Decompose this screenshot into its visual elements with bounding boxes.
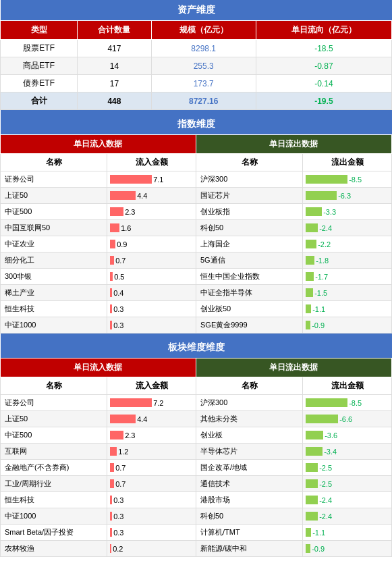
asset-flow: -0.14 xyxy=(256,75,391,92)
asset-data-row: 股票ETF 417 8298.1 -18.5 xyxy=(1,40,392,57)
index-data-row: 中证农业 0.9 上海国企 -2.2 xyxy=(1,236,392,252)
sector-col-outflow: 流出金额 xyxy=(303,377,392,394)
index-data-row: 稀土产业 0.4 中证全指半导体 -1.5 xyxy=(1,284,392,300)
sector-inflow-name: Smart Beta/因子投资 xyxy=(1,524,107,540)
sector-outflow-name: 港股市场 xyxy=(196,491,302,508)
sector-split-header: 单日流入数据 单日流出数据 xyxy=(1,358,392,377)
index-outflow-value: -1.8 xyxy=(303,252,392,268)
asset-data-row: 商品ETF 14 255.3 -0.87 xyxy=(1,57,392,75)
sector-data-row: 金融地产(不含券商) 0.7 国企改革/地域 -2.5 xyxy=(1,459,392,475)
index-inflow-name: 中国互联网50 xyxy=(1,219,107,236)
sector-outflow-name: 新能源/碳中和 xyxy=(196,540,302,556)
sector-outflow-value: -2.5 xyxy=(303,459,392,475)
sector-outflow-value: -3.6 xyxy=(303,427,392,443)
index-col-headers: 名称 流入金额 名称 流出金额 xyxy=(1,153,392,171)
sector-data-row: 中证500 2.3 创业板 -3.6 xyxy=(1,427,392,443)
sector-outflow-name: 沪深300 xyxy=(196,394,302,410)
asset-data-row: 债券ETF 17 173.7 -0.14 xyxy=(1,75,392,92)
sector-col-inflow: 流入金额 xyxy=(107,377,196,394)
index-outflow-value: -1.7 xyxy=(303,268,392,284)
index-inflow-name: 中证1000 xyxy=(1,317,107,333)
index-outflow-name: 中证全指半导体 xyxy=(196,284,302,300)
sector-inflow-name: 金融地产(不含券商) xyxy=(1,459,107,475)
index-data-row: 中国互联网50 1.6 科创50 -2.4 xyxy=(1,219,392,236)
sector-col-headers: 名称 流入金额 名称 流出金额 xyxy=(1,377,392,394)
index-data-row: 恒生科技 0.3 创业板50 -1.1 xyxy=(1,300,392,317)
sector-inflow-value: 2.3 xyxy=(107,427,196,443)
sector-data-row: Smart Beta/因子投资 0.3 计算机/TMT -1.1 xyxy=(1,524,392,540)
sector-data-row: 上证50 4.4 其他未分类 -6.6 xyxy=(1,410,392,427)
index-outflow-value: -1.5 xyxy=(303,284,392,300)
asset-scale: 255.3 xyxy=(151,57,256,75)
asset-type: 合计 xyxy=(1,92,78,110)
asset-section-title: 资产维度 xyxy=(1,0,392,21)
index-col-name-in: 名称 xyxy=(1,153,107,171)
index-outflow-header: 单日流出数据 xyxy=(196,134,391,153)
sector-section-title: 板块维度维度 xyxy=(1,338,392,358)
asset-type: 股票ETF xyxy=(1,40,78,57)
sector-inflow-name: 证券公司 xyxy=(1,394,107,410)
sector-data-row: 证券公司 7.2 沪深300 -8.5 xyxy=(1,394,392,410)
index-data-row: 中证1000 0.3 SGE黄金9999 -0.9 xyxy=(1,317,392,333)
sector-outflow-name: 计算机/TMT xyxy=(196,524,302,540)
sector-inflow-name: 上证50 xyxy=(1,410,107,427)
index-inflow-name: 证券公司 xyxy=(1,171,107,187)
index-col-inflow: 流入金额 xyxy=(107,153,196,171)
index-data-row: 上证50 4.4 国证芯片 -6.3 xyxy=(1,187,392,203)
sector-inflow-value: 0.2 xyxy=(107,540,196,556)
index-outflow-name: 5G通信 xyxy=(196,252,302,268)
asset-scale: 8298.1 xyxy=(151,40,256,57)
sector-outflow-value: -2.5 xyxy=(303,475,392,491)
sector-inflow-value: 0.3 xyxy=(107,491,196,508)
sector-outflow-name: 科创50 xyxy=(196,508,302,524)
index-inflow-value: 0.3 xyxy=(107,317,196,333)
sector-inflow-value: 7.2 xyxy=(107,394,196,410)
index-outflow-value: -3.3 xyxy=(303,203,392,219)
index-outflow-name: 沪深300 xyxy=(196,171,302,187)
index-inflow-name: 上证50 xyxy=(1,187,107,203)
sector-inflow-name: 农林牧渔 xyxy=(1,540,107,556)
index-outflow-value: -8.5 xyxy=(303,171,392,187)
sector-data-row: 互联网 1.2 半导体芯片 -3.4 xyxy=(1,443,392,459)
index-inflow-name: 恒生科技 xyxy=(1,300,107,317)
asset-count: 448 xyxy=(78,92,151,110)
sector-outflow-value: -3.4 xyxy=(303,443,392,459)
index-outflow-value: -6.3 xyxy=(303,187,392,203)
index-inflow-name: 中证500 xyxy=(1,203,107,219)
index-data-row: 300非银 0.5 恒生中国企业指数 -1.7 xyxy=(1,268,392,284)
sector-data-row: 恒生科技 0.3 港股市场 -2.4 xyxy=(1,491,392,508)
sector-outflow-name: 创业板 xyxy=(196,427,302,443)
sector-inflow-name: 中证500 xyxy=(1,427,107,443)
sector-inflow-value: 0.7 xyxy=(107,475,196,491)
index-outflow-name: 恒生中国企业指数 xyxy=(196,268,302,284)
index-inflow-value: 0.7 xyxy=(107,252,196,268)
index-inflow-value: 2.3 xyxy=(107,203,196,219)
sector-data-row: 中证1000 0.3 科创50 -2.4 xyxy=(1,508,392,524)
index-inflow-value: 4.4 xyxy=(107,187,196,203)
index-outflow-name: 国证芯片 xyxy=(196,187,302,203)
sector-outflow-name: 半导体芯片 xyxy=(196,443,302,459)
sector-outflow-name: 通信技术 xyxy=(196,475,302,491)
index-inflow-name: 中证农业 xyxy=(1,236,107,252)
asset-count: 14 xyxy=(78,57,151,75)
index-data-row: 细分化工 0.7 5G通信 -1.8 xyxy=(1,252,392,268)
index-inflow-value: 7.1 xyxy=(107,171,196,187)
index-split-header: 单日流入数据 单日流出数据 xyxy=(1,134,392,153)
sector-outflow-value: -2.4 xyxy=(303,491,392,508)
asset-scale: 8727.16 xyxy=(151,92,256,110)
sector-outflow-value: -1.1 xyxy=(303,524,392,540)
index-outflow-name: 上海国企 xyxy=(196,236,302,252)
index-data-row: 中证500 2.3 创业板指 -3.3 xyxy=(1,203,392,219)
index-inflow-value: 0.9 xyxy=(107,236,196,252)
sector-outflow-value: -8.5 xyxy=(303,394,392,410)
index-inflow-name: 稀土产业 xyxy=(1,284,107,300)
sector-data-row: 工业/周期行业 0.7 通信技术 -2.5 xyxy=(1,475,392,491)
index-outflow-name: 创业板指 xyxy=(196,203,302,219)
sector-data-row: 农林牧渔 0.2 新能源/碳中和 -0.9 xyxy=(1,540,392,556)
index-inflow-name: 300非银 xyxy=(1,268,107,284)
asset-col-scale: 规模（亿元） xyxy=(151,21,256,40)
index-data-row: 证券公司 7.1 沪深300 -8.5 xyxy=(1,171,392,187)
sector-inflow-value: 1.2 xyxy=(107,443,196,459)
asset-flow: -18.5 xyxy=(256,40,391,57)
index-col-outflow: 流出金额 xyxy=(303,153,392,171)
